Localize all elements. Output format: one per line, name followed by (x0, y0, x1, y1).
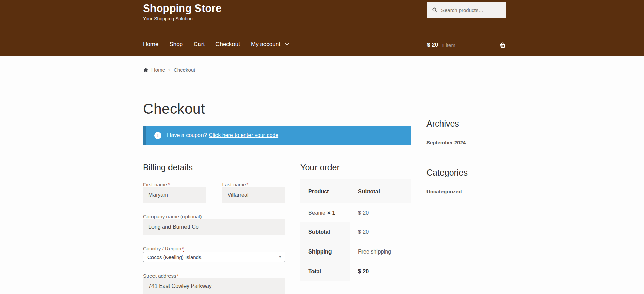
archive-link[interactable]: September 2024 (426, 140, 466, 145)
company-input[interactable] (143, 219, 285, 235)
sidebar: Archives September 2024 Categories Uncat… (426, 101, 506, 294)
cart-total: $ 20 (427, 42, 438, 48)
home-icon (143, 67, 149, 73)
shipping-label: Shipping (300, 242, 350, 262)
nav-home[interactable]: Home (143, 41, 158, 48)
first-name-field: First name* (143, 183, 206, 203)
category-link[interactable]: Uncategorized (426, 189, 462, 194)
subtotal-value: $ 20 (350, 222, 411, 242)
company-label: Company name (optional) (143, 215, 285, 219)
primary-nav: Home Shop Cart Checkout My account (143, 41, 300, 48)
billing-section: Billing details First name* Last name* C… (143, 162, 285, 294)
order-item-name: Beanie× 1 (300, 203, 350, 222)
order-heading: Your order (300, 162, 411, 173)
total-value: $ 20 (350, 262, 411, 281)
subtotal-label: Subtotal (300, 222, 350, 242)
street-input[interactable] (143, 278, 285, 294)
country-field: Country / Region* Cocos (Keeling) Island… (143, 247, 285, 262)
order-total-row: Total $ 20 (300, 262, 411, 281)
shipping-value: Free shipping (350, 242, 411, 262)
first-name-input[interactable] (143, 187, 206, 203)
site-header: Shopping Store Your Shopping Solution Ho… (0, 0, 644, 56)
categories-heading: Categories (426, 167, 506, 178)
breadcrumb-current: Checkout (174, 67, 195, 74)
site-tagline: Your Shopping Solution (143, 16, 222, 21)
search-icon (432, 7, 437, 13)
chevron-down-icon (285, 43, 289, 46)
nav-checkout[interactable]: Checkout (215, 41, 240, 48)
breadcrumb: Home › Checkout (143, 67, 506, 74)
order-item-subtotal: $ 20 (350, 203, 411, 222)
site-title-link[interactable]: Shopping Store (143, 2, 222, 15)
breadcrumb-home-link[interactable]: Home (143, 67, 165, 74)
page-title: Checkout (143, 101, 414, 117)
coupon-prompt: Have a coupon? (167, 132, 207, 138)
header-cart-link[interactable]: $ 20 1 item (427, 42, 506, 48)
order-item-qty: × 1 (327, 210, 335, 216)
cart-count: 1 item (441, 42, 455, 48)
nav-cart[interactable]: Cart (194, 41, 205, 48)
nav-shop[interactable]: Shop (169, 41, 183, 48)
info-icon: ! (154, 132, 161, 139)
coupon-toggle-link[interactable]: Click here to enter your code (209, 132, 279, 138)
order-table-header: Product Subtotal (300, 179, 411, 203)
country-label: Country / Region* (143, 247, 285, 251)
order-item-row: Beanie× 1 $ 20 (300, 203, 411, 222)
last-name-label: Last name* (222, 183, 286, 187)
order-review-section: Your order Product Subtotal Beanie× 1 (300, 162, 411, 294)
order-shipping-row: Shipping Free shipping (300, 242, 411, 262)
search-input[interactable] (440, 7, 503, 13)
categories-widget: Categories Uncategorized (426, 167, 506, 195)
product-search (427, 2, 506, 18)
last-name-field: Last name* (222, 183, 286, 203)
last-name-input[interactable] (222, 187, 286, 203)
billing-heading: Billing details (143, 162, 285, 173)
total-label: Total (300, 262, 350, 281)
nav-my-account[interactable]: My account (251, 41, 289, 48)
breadcrumb-separator: › (168, 67, 170, 74)
required-mark: * (182, 246, 184, 252)
site-branding: Shopping Store Your Shopping Solution (143, 2, 222, 21)
order-subtotal-row: Subtotal $ 20 (300, 222, 411, 242)
archives-heading: Archives (426, 118, 506, 129)
coupon-banner: ! Have a coupon? Click here to enter you… (143, 126, 411, 145)
order-table: Product Subtotal Beanie× 1 $ 20 Subtotal (300, 179, 411, 281)
col-product: Product (300, 179, 350, 203)
company-field: Company name (optional) (143, 215, 285, 235)
first-name-label: First name* (143, 183, 206, 187)
archives-widget: Archives September 2024 (426, 118, 506, 146)
street-field: Street address* (143, 274, 285, 294)
country-select[interactable]: Cocos (Keeling) Islands (143, 252, 285, 262)
col-subtotal: Subtotal (350, 179, 411, 203)
street-label: Street address* (143, 274, 285, 278)
basket-icon (499, 42, 506, 48)
